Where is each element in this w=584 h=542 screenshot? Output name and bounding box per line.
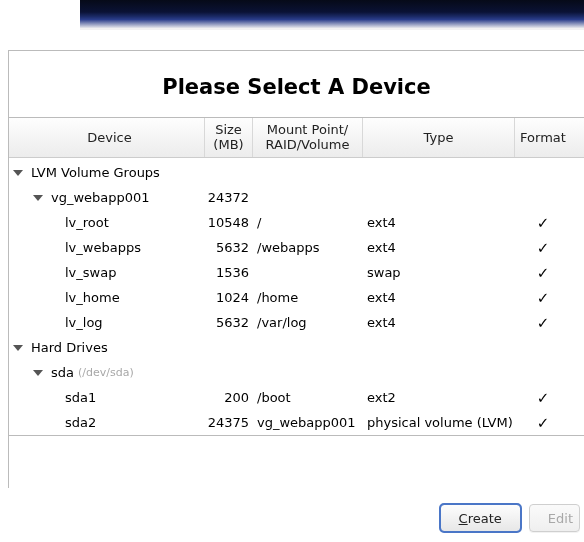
checkmark-icon: ✓ xyxy=(515,414,571,432)
checkmark-icon: ✓ xyxy=(515,289,571,307)
lv-size: 1536 xyxy=(205,265,253,280)
group-label: LVM Volume Groups xyxy=(31,165,160,180)
mnemonic: C xyxy=(459,511,468,526)
lv-size: 10548 xyxy=(205,215,253,230)
lv-mount: / xyxy=(253,215,363,230)
col-header-size[interactable]: Size (MB) xyxy=(205,118,253,157)
device-tree: LVM Volume Groups vg_webapp001 24372 lv_… xyxy=(9,158,584,435)
svg-marker-0 xyxy=(13,170,23,176)
expander-icon[interactable] xyxy=(11,341,25,355)
tree-disk-sda[interactable]: sda (/dev/sda) xyxy=(9,360,584,385)
lv-type: ext4 xyxy=(363,240,515,255)
table-row[interactable]: lv_webapps 5632 /webapps ext4 ✓ xyxy=(9,235,584,260)
checkmark-icon: ✓ xyxy=(515,239,571,257)
disk-label: sda xyxy=(51,365,74,380)
col-header-mount[interactable]: Mount Point/ RAID/Volume xyxy=(253,118,363,157)
checkmark-icon: ✓ xyxy=(515,264,571,282)
lv-mount: /webapps xyxy=(253,240,363,255)
group-label: Hard Drives xyxy=(31,340,108,355)
top-banner xyxy=(80,0,584,30)
lv-type: ext4 xyxy=(363,315,515,330)
part-size: 24375 xyxy=(205,415,253,430)
table-row[interactable]: lv_log 5632 /var/log ext4 ✓ xyxy=(9,310,584,335)
edit-button: Edit xyxy=(529,504,580,532)
lv-size: 1024 xyxy=(205,290,253,305)
vg-label: vg_webapp001 xyxy=(51,190,150,205)
expander-icon[interactable] xyxy=(31,366,45,380)
expander-icon[interactable] xyxy=(31,191,45,205)
lv-type: ext4 xyxy=(363,290,515,305)
col-header-device[interactable]: Device xyxy=(9,118,205,157)
lv-mount: /var/log xyxy=(253,315,363,330)
expander-icon[interactable] xyxy=(11,166,25,180)
part-mount: /boot xyxy=(253,390,363,405)
lv-size: 5632 xyxy=(205,315,253,330)
vg-size: 24372 xyxy=(205,190,253,205)
svg-marker-1 xyxy=(33,195,43,201)
part-label: sda1 xyxy=(65,390,96,405)
table-row[interactable]: lv_home 1024 /home ext4 ✓ xyxy=(9,285,584,310)
lv-size: 5632 xyxy=(205,240,253,255)
tree-group-lvm[interactable]: LVM Volume Groups xyxy=(9,160,584,185)
lv-label: lv_log xyxy=(65,315,103,330)
edit-button-label: Edit xyxy=(548,511,573,526)
svg-marker-3 xyxy=(33,370,43,376)
create-button[interactable]: Create xyxy=(440,504,521,532)
table-row[interactable]: sda2 24375 vg_webapp001 physical volume … xyxy=(9,410,584,435)
table-row[interactable]: lv_swap 1536 swap ✓ xyxy=(9,260,584,285)
checkmark-icon: ✓ xyxy=(515,389,571,407)
part-size: 200 xyxy=(205,390,253,405)
disk-path-hint: (/dev/sda) xyxy=(78,366,134,379)
checkmark-icon: ✓ xyxy=(515,314,571,332)
page-title: Please Select A Device xyxy=(9,75,584,99)
svg-marker-2 xyxy=(13,345,23,351)
button-bar: Create Edit xyxy=(0,504,582,532)
part-mount: vg_webapp001 xyxy=(253,415,363,430)
lv-label: lv_swap xyxy=(65,265,116,280)
part-type: ext2 xyxy=(363,390,515,405)
lv-mount: /home xyxy=(253,290,363,305)
part-type: physical volume (LVM) xyxy=(363,415,515,430)
lv-type: swap xyxy=(363,265,515,280)
create-button-rest: reate xyxy=(468,511,502,526)
lv-label: lv_webapps xyxy=(65,240,141,255)
table-header: Device Size (MB) Mount Point/ RAID/Volum… xyxy=(9,118,584,158)
part-label: sda2 xyxy=(65,415,96,430)
col-header-format[interactable]: Format xyxy=(515,118,571,157)
tree-vg[interactable]: vg_webapp001 24372 xyxy=(9,185,584,210)
table-row[interactable]: sda1 200 /boot ext2 ✓ xyxy=(9,385,584,410)
lv-label: lv_root xyxy=(65,215,109,230)
col-header-type[interactable]: Type xyxy=(363,118,515,157)
device-table: Device Size (MB) Mount Point/ RAID/Volum… xyxy=(9,117,584,436)
device-selection-panel: Please Select A Device Device Size (MB) … xyxy=(8,50,584,488)
lv-label: lv_home xyxy=(65,290,120,305)
table-row[interactable]: lv_root 10548 / ext4 ✓ xyxy=(9,210,584,235)
tree-group-harddrives[interactable]: Hard Drives xyxy=(9,335,584,360)
lv-type: ext4 xyxy=(363,215,515,230)
checkmark-icon: ✓ xyxy=(515,214,571,232)
